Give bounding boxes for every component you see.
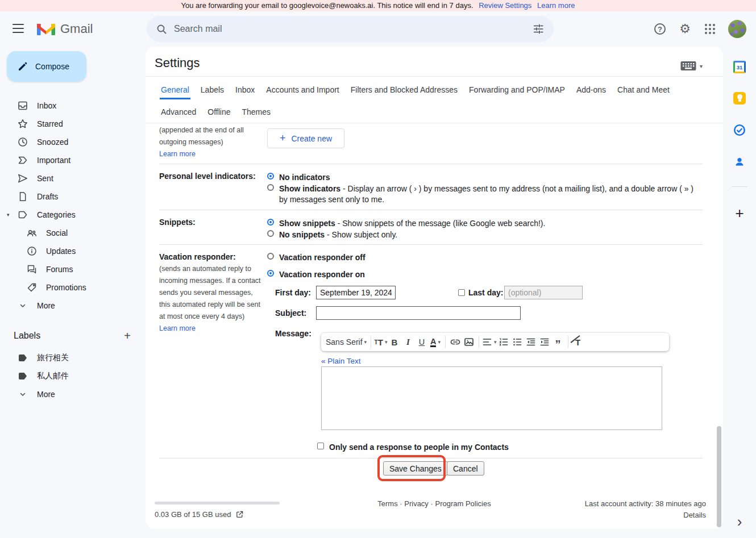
tab-filters-and-blocked-addresses[interactable]: Filters and Blocked Addresses bbox=[350, 80, 459, 99]
plain-text-toggle-link[interactable]: « Plain Text bbox=[321, 357, 361, 365]
text-color-button[interactable]: A ▾ bbox=[429, 335, 442, 349]
create-label-button[interactable]: + bbox=[121, 328, 134, 344]
search-input[interactable] bbox=[174, 24, 525, 34]
activity-details-link[interactable]: Details bbox=[683, 511, 706, 519]
signature-learn-more-link[interactable]: Learn more bbox=[159, 150, 196, 158]
sidebar-item-inbox[interactable]: Inbox bbox=[0, 97, 141, 115]
vacation-learn-more-link[interactable]: Learn more bbox=[159, 324, 196, 332]
privacy-link[interactable]: Privacy bbox=[404, 499, 429, 508]
font-dropdown[interactable]: Sans Serif ▾ bbox=[326, 335, 368, 349]
main-menu-icon[interactable] bbox=[13, 24, 24, 33]
sidebar-item-snoozed[interactable]: Snoozed bbox=[0, 133, 141, 151]
tab-add-ons[interactable]: Add-ons bbox=[575, 80, 607, 99]
tab-themes[interactable]: Themes bbox=[241, 102, 272, 122]
labels-more-item[interactable]: More bbox=[0, 385, 141, 403]
contacts-panel-button[interactable] bbox=[733, 155, 746, 169]
tab-accounts-and-import[interactable]: Accounts and Import bbox=[265, 80, 340, 99]
tab-advanced[interactable]: Advanced bbox=[160, 102, 197, 122]
remove-formatting-button[interactable]: T bbox=[571, 335, 585, 349]
support-button[interactable]: ? bbox=[653, 22, 667, 36]
radio-selected-icon[interactable] bbox=[267, 270, 274, 277]
insert-link-button[interactable] bbox=[448, 335, 462, 349]
open-in-new-icon[interactable] bbox=[235, 510, 244, 519]
search-bar[interactable] bbox=[147, 16, 554, 42]
sidebar-item-sent[interactable]: Sent bbox=[0, 169, 141, 187]
sidebar-item-label: Updates bbox=[46, 247, 76, 256]
sidebar-item-starred[interactable]: Starred bbox=[0, 115, 141, 133]
program-policies-link[interactable]: Program Policies bbox=[435, 499, 491, 508]
numbered-list-button[interactable] bbox=[497, 335, 510, 349]
sidebar-item-social[interactable]: Social bbox=[0, 224, 141, 242]
expander-arrow-icon[interactable]: ▾ bbox=[7, 212, 10, 218]
chevron-right-icon: › bbox=[737, 513, 742, 531]
radio-unselected-icon[interactable] bbox=[267, 253, 274, 260]
radio-unselected-icon[interactable] bbox=[267, 184, 274, 191]
tasks-panel-button[interactable] bbox=[733, 123, 746, 137]
personal-level-indicators-label: Personal level indicators: bbox=[159, 172, 264, 181]
compose-button[interactable]: Compose bbox=[7, 51, 86, 82]
bold-button[interactable]: B bbox=[388, 335, 401, 349]
sidebar-item-important[interactable]: Important bbox=[0, 151, 141, 169]
google-apps-button[interactable] bbox=[703, 22, 717, 36]
side-panel: 31 + › bbox=[723, 47, 756, 538]
radio-selected-icon[interactable] bbox=[267, 219, 274, 226]
label-item[interactable]: 旅行相关 bbox=[0, 349, 141, 367]
app-name: Gmail bbox=[60, 22, 93, 36]
vacation-message-textarea[interactable] bbox=[321, 366, 662, 430]
settings-gear-button[interactable]: ⚙ bbox=[678, 22, 692, 36]
insert-photo-button[interactable] bbox=[462, 335, 476, 349]
tab-forwarding-and-pop-imap[interactable]: Forwarding and POP/IMAP bbox=[468, 80, 566, 99]
sidebar-item-more[interactable]: More bbox=[0, 297, 141, 315]
calendar-panel-button[interactable]: 31 bbox=[733, 60, 746, 74]
radio-unselected-icon[interactable] bbox=[267, 230, 274, 237]
tab-offline[interactable]: Offline bbox=[206, 102, 231, 122]
divider bbox=[146, 76, 723, 77]
align-button[interactable]: ▾ bbox=[482, 335, 497, 349]
sidebar-item-updates[interactable]: Updates bbox=[0, 242, 141, 260]
search-options-tune-icon[interactable] bbox=[532, 23, 545, 35]
tab-inbox[interactable]: Inbox bbox=[234, 80, 256, 99]
get-add-ons-button[interactable]: + bbox=[733, 206, 746, 220]
input-tools-selector[interactable]: ▾ bbox=[680, 61, 703, 71]
banner-learn-more-link[interactable]: Learn more bbox=[537, 1, 575, 10]
first-day-input[interactable] bbox=[316, 286, 396, 299]
sidebar-item-label: Starred bbox=[37, 119, 63, 128]
sidebar-item-label: Promotions bbox=[46, 283, 86, 292]
sidebar-item-drafts[interactable]: Drafts bbox=[0, 187, 141, 206]
create-new-label: Create new bbox=[291, 134, 332, 143]
quote-button[interactable]: ” bbox=[551, 335, 565, 349]
sidebar-item-forums[interactable]: Forums bbox=[0, 260, 141, 278]
terms-link[interactable]: Terms bbox=[377, 499, 397, 508]
bulleted-list-button[interactable] bbox=[510, 335, 524, 349]
text-size-button[interactable]: TT ▾ bbox=[374, 335, 388, 349]
tab-labels[interactable]: Labels bbox=[200, 80, 225, 99]
indent-more-button[interactable] bbox=[538, 335, 551, 349]
scrollbar-thumb[interactable] bbox=[717, 426, 721, 527]
tab-chat-and-meet[interactable]: Chat and Meet bbox=[616, 80, 671, 99]
last-day-label: Last day: bbox=[468, 288, 503, 297]
contacts-only-checkbox[interactable] bbox=[317, 443, 324, 449]
info-icon bbox=[26, 245, 38, 257]
last-day-checkbox[interactable] bbox=[458, 289, 465, 296]
show-side-panel-button[interactable]: › bbox=[733, 515, 746, 528]
review-settings-link[interactable]: Review Settings bbox=[479, 1, 531, 10]
message-format-toolbar: Sans Serif ▾ TT ▾ B I U A ▾ bbox=[321, 333, 669, 351]
keep-panel-button[interactable] bbox=[733, 91, 746, 105]
subject-label: Subject: bbox=[275, 308, 306, 318]
label-filled-icon bbox=[17, 370, 28, 382]
subject-input[interactable] bbox=[316, 306, 521, 320]
underline-button[interactable]: U bbox=[415, 335, 429, 349]
last-day-input[interactable] bbox=[504, 286, 583, 299]
indent-less-button[interactable] bbox=[524, 335, 538, 349]
italic-button[interactable]: I bbox=[401, 335, 415, 349]
label-item[interactable]: 私人邮件 bbox=[0, 367, 141, 385]
labels-title: Labels bbox=[14, 331, 40, 341]
sidebar-item-promotions[interactable]: Promotions bbox=[0, 278, 141, 297]
sidebar-item-categories[interactable]: ▾ Categories bbox=[0, 206, 141, 224]
save-changes-button[interactable]: Save Changes bbox=[383, 461, 448, 476]
create-new-signature-button[interactable]: + Create new bbox=[267, 128, 344, 148]
radio-selected-icon[interactable] bbox=[267, 173, 274, 180]
account-avatar[interactable] bbox=[728, 20, 746, 38]
cancel-button[interactable]: Cancel bbox=[447, 461, 484, 476]
tab-general[interactable]: General bbox=[160, 80, 190, 99]
